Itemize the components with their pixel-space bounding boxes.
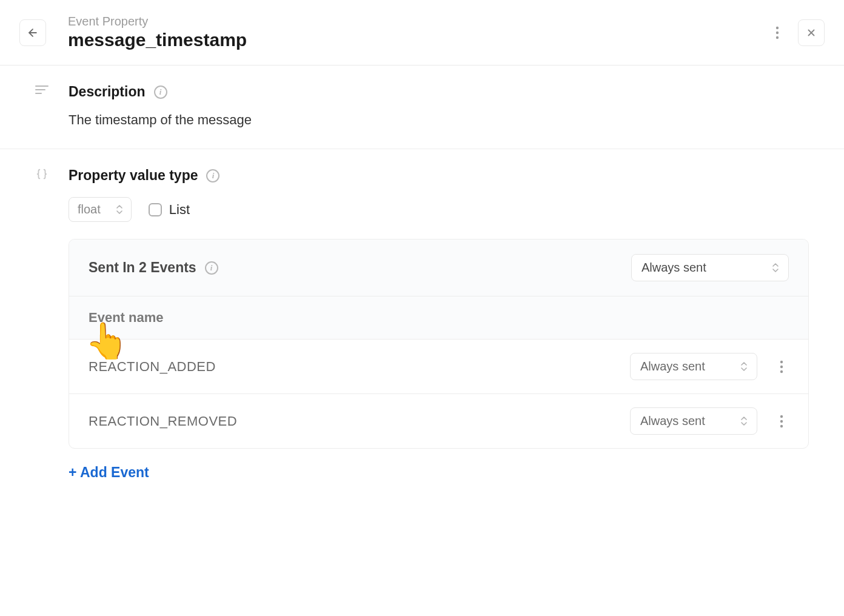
header-subtitle: Event Property bbox=[68, 15, 770, 28]
header-title: message_timestamp bbox=[68, 30, 770, 50]
kebab-icon bbox=[775, 26, 779, 39]
back-button[interactable] bbox=[19, 19, 46, 46]
svg-point-2 bbox=[776, 31, 779, 33]
svg-point-8 bbox=[780, 370, 783, 372]
header-titles: Event Property message_timestamp bbox=[68, 15, 770, 50]
svg-point-7 bbox=[780, 365, 783, 367]
svg-point-9 bbox=[780, 415, 783, 417]
event-send-select[interactable]: Always sent bbox=[630, 353, 757, 380]
events-header: Sent In 2 Events i Always sent bbox=[69, 239, 808, 296]
value-type-heading: Property value type bbox=[69, 167, 198, 184]
kebab-icon bbox=[780, 360, 783, 373]
text-icon bbox=[33, 85, 50, 94]
info-icon[interactable]: i bbox=[205, 261, 218, 275]
info-icon[interactable]: i bbox=[154, 85, 167, 99]
svg-point-1 bbox=[776, 26, 779, 28]
add-event-button[interactable]: + Add Event bbox=[69, 464, 149, 481]
description-section: Description i The timestamp of the messa… bbox=[0, 65, 844, 149]
chevron-updown-icon bbox=[741, 362, 747, 371]
chevron-updown-icon bbox=[772, 263, 779, 272]
event-send-value: Always sent bbox=[640, 360, 705, 373]
type-select[interactable]: float bbox=[69, 197, 132, 222]
description-text[interactable]: The timestamp of the message bbox=[69, 112, 826, 128]
events-column-header: Event name bbox=[69, 296, 808, 340]
checkbox-icon bbox=[149, 203, 162, 216]
type-select-value: float bbox=[78, 203, 101, 216]
table-row: REACTION_ADDED Always sent bbox=[69, 340, 808, 394]
events-box: Sent In 2 Events i Always sent Event nam… bbox=[69, 239, 809, 449]
arrow-left-icon bbox=[27, 27, 39, 39]
row-menu-button[interactable] bbox=[774, 356, 789, 378]
braces-icon bbox=[33, 168, 50, 181]
svg-point-10 bbox=[780, 420, 783, 422]
svg-point-3 bbox=[776, 36, 779, 38]
info-icon[interactable]: i bbox=[206, 169, 219, 182]
header-menu-button[interactable] bbox=[770, 22, 785, 44]
header-actions bbox=[770, 19, 825, 46]
event-send-select[interactable]: Always sent bbox=[630, 407, 757, 435]
list-label-text: List bbox=[169, 202, 190, 218]
close-icon bbox=[806, 27, 817, 38]
events-title: Sent In 2 Events bbox=[89, 259, 196, 276]
list-checkbox[interactable]: List bbox=[149, 202, 190, 218]
chevron-updown-icon bbox=[116, 205, 122, 214]
event-name[interactable]: REACTION_REMOVED bbox=[89, 413, 613, 429]
chevron-updown-icon bbox=[741, 417, 747, 426]
value-type-section: Property value type i float List bbox=[0, 149, 844, 501]
row-menu-button[interactable] bbox=[774, 410, 789, 432]
events-filter-value: Always sent bbox=[641, 261, 706, 275]
svg-point-6 bbox=[780, 360, 783, 363]
table-row: REACTION_REMOVED Always sent bbox=[69, 394, 808, 448]
event-name[interactable]: REACTION_ADDED bbox=[89, 359, 613, 375]
event-send-value: Always sent bbox=[640, 414, 705, 428]
description-heading: Description bbox=[69, 84, 146, 100]
events-filter-select[interactable]: Always sent bbox=[631, 254, 789, 281]
kebab-icon bbox=[780, 415, 783, 428]
svg-point-11 bbox=[780, 424, 783, 427]
close-button[interactable] bbox=[798, 19, 825, 46]
page-header: Event Property message_timestamp bbox=[0, 0, 844, 65]
